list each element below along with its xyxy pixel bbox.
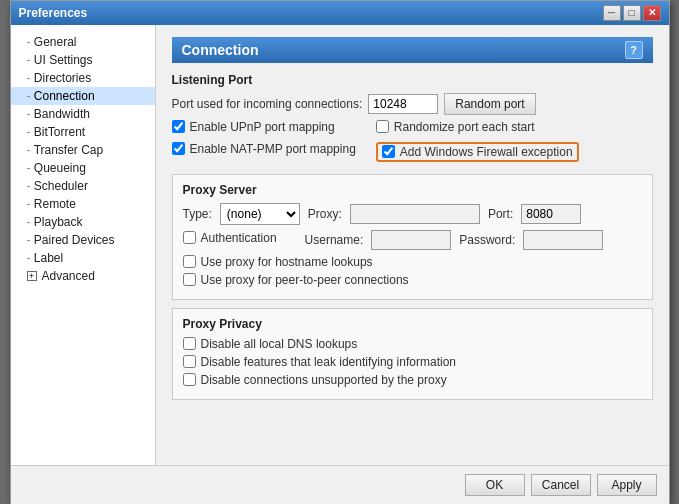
cancel-button[interactable]: Cancel [531, 474, 591, 496]
auth-label: Authentication [201, 231, 277, 245]
right-checkboxes: Randomize port each start Add Windows Fi… [376, 120, 579, 166]
sidebar-item-transfer-cap[interactable]: Transfer Cap [11, 141, 155, 159]
privacy-label: Proxy Privacy [183, 317, 642, 331]
unsupported-label: Disable connections unsupported by the p… [201, 373, 447, 387]
nat-checkbox[interactable] [172, 142, 185, 155]
randomize-row: Randomize port each start [376, 120, 579, 134]
sidebar-item-bandwidth[interactable]: Bandwidth [11, 105, 155, 123]
proxy-type-row: Type: (none) HTTP SOCKS4 SOCKS5 Proxy: P… [183, 203, 642, 225]
preferences-window: Preferences ─ □ ✕ General UI Settings Di… [10, 0, 670, 504]
dns-checkbox[interactable] [183, 337, 196, 350]
dns-label: Disable all local DNS lookups [201, 337, 358, 351]
proxy-privacy-section: Proxy Privacy Disable all local DNS look… [172, 308, 653, 400]
window-body: General UI Settings Directories Connecti… [11, 25, 669, 465]
p2p-row: Use proxy for peer-to-peer connections [183, 273, 642, 287]
section-title: Connection [182, 42, 259, 58]
apply-button[interactable]: Apply [597, 474, 657, 496]
port-input[interactable] [368, 94, 438, 114]
auth-checkbox-row: Authentication [183, 231, 277, 245]
left-checkboxes: Enable UPnP port mapping Enable NAT-PMP … [172, 120, 356, 166]
proxy-port-input[interactable] [521, 204, 581, 224]
random-port-button[interactable]: Random port [444, 93, 535, 115]
sidebar-item-ui-settings[interactable]: UI Settings [11, 51, 155, 69]
randomize-checkbox[interactable] [376, 120, 389, 133]
hostname-checkbox[interactable] [183, 255, 196, 268]
sidebar-item-bittorrent[interactable]: BitTorrent [11, 123, 155, 141]
close-button[interactable]: ✕ [643, 5, 661, 21]
listening-port-section: Listening Port Port used for incoming co… [172, 73, 653, 166]
dns-row: Disable all local DNS lookups [183, 337, 642, 351]
sidebar-item-directories[interactable]: Directories [11, 69, 155, 87]
leak-row: Disable features that leak identifying i… [183, 355, 642, 369]
main-content: Connection ? Listening Port Port used fo… [156, 25, 669, 465]
title-bar: Preferences ─ □ ✕ [11, 1, 669, 25]
sidebar-item-scheduler[interactable]: Scheduler [11, 177, 155, 195]
password-label: Password: [459, 233, 515, 247]
type-label: Type: [183, 207, 212, 221]
sidebar-item-connection[interactable]: Connection [11, 87, 155, 105]
upnp-row: Enable UPnP port mapping [172, 120, 356, 134]
footer: OK Cancel Apply [11, 465, 669, 504]
proxy-server-label: Proxy Server [183, 183, 642, 197]
proxy-port-label: Port: [488, 207, 513, 221]
proxy-address-input[interactable] [350, 204, 480, 224]
checkboxes-row: Enable UPnP port mapping Enable NAT-PMP … [172, 120, 653, 166]
proxy-type-select[interactable]: (none) HTTP SOCKS4 SOCKS5 [220, 203, 300, 225]
maximize-button[interactable]: □ [623, 5, 641, 21]
leak-label: Disable features that leak identifying i… [201, 355, 456, 369]
sidebar-item-paired-devices[interactable]: Paired Devices [11, 231, 155, 249]
unsupported-row: Disable connections unsupported by the p… [183, 373, 642, 387]
randomize-label: Randomize port each start [394, 120, 535, 134]
firewall-checkbox[interactable] [382, 145, 395, 158]
firewall-label: Add Windows Firewall exception [400, 145, 573, 159]
port-row: Port used for incoming connections: Rand… [172, 93, 653, 115]
minimize-button[interactable]: ─ [603, 5, 621, 21]
help-button[interactable]: ? [625, 41, 643, 59]
username-input[interactable] [371, 230, 451, 250]
nat-row: Enable NAT-PMP port mapping [172, 142, 356, 156]
auth-row: Authentication Username: Password: [183, 230, 642, 250]
window-title: Preferences [19, 6, 88, 20]
proxy-server-section: Proxy Server Type: (none) HTTP SOCKS4 SO… [172, 174, 653, 300]
username-label: Username: [305, 233, 364, 247]
p2p-checkbox[interactable] [183, 273, 196, 286]
title-bar-buttons: ─ □ ✕ [603, 5, 661, 21]
port-label: Port used for incoming connections: [172, 97, 363, 111]
p2p-label: Use proxy for peer-to-peer connections [201, 273, 409, 287]
sidebar-item-advanced[interactable]: + Advanced [11, 267, 155, 285]
sidebar-item-label[interactable]: Label [11, 249, 155, 267]
proxy-addr-label: Proxy: [308, 207, 342, 221]
sidebar-item-general[interactable]: General [11, 33, 155, 51]
plus-icon: + [27, 271, 37, 281]
section-header: Connection ? [172, 37, 653, 63]
sidebar-item-queueing[interactable]: Queueing [11, 159, 155, 177]
nat-label: Enable NAT-PMP port mapping [190, 142, 356, 156]
leak-checkbox[interactable] [183, 355, 196, 368]
unsupported-checkbox[interactable] [183, 373, 196, 386]
upnp-label: Enable UPnP port mapping [190, 120, 335, 134]
ok-button[interactable]: OK [465, 474, 525, 496]
password-input[interactable] [523, 230, 603, 250]
listening-port-label: Listening Port [172, 73, 653, 87]
hostname-row: Use proxy for hostname lookups [183, 255, 642, 269]
firewall-row-highlighted: Add Windows Firewall exception [376, 142, 579, 162]
sidebar: General UI Settings Directories Connecti… [11, 25, 156, 465]
auth-checkbox[interactable] [183, 231, 196, 244]
sidebar-item-remote[interactable]: Remote [11, 195, 155, 213]
upnp-checkbox[interactable] [172, 120, 185, 133]
hostname-label: Use proxy for hostname lookups [201, 255, 373, 269]
sidebar-item-playback[interactable]: Playback [11, 213, 155, 231]
